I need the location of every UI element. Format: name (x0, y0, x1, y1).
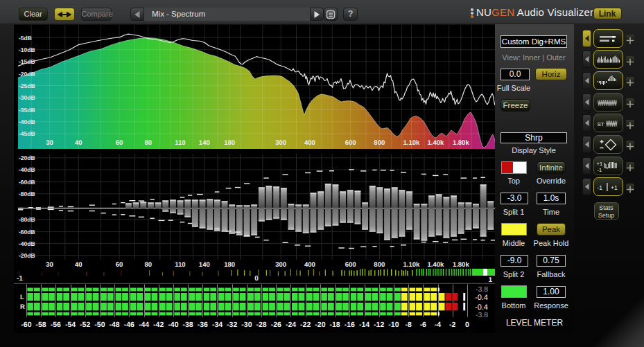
svg-text:-54: -54 (65, 321, 76, 329)
svg-text:80: 80 (144, 139, 152, 147)
svg-text:-50: -50 (94, 321, 105, 329)
svg-text:800: 800 (374, 261, 385, 269)
svg-text:110: 110 (175, 261, 185, 269)
svg-text:-80dB: -80dB (19, 216, 35, 223)
svg-text:140: 140 (199, 139, 210, 147)
svg-text:-60: -60 (21, 321, 31, 329)
svg-text:300: 300 (275, 261, 286, 269)
svg-text:-32: -32 (227, 321, 237, 329)
svg-text:180: 180 (224, 261, 235, 269)
svg-text:400: 400 (304, 139, 315, 147)
svg-text:-20dB: -20dB (19, 154, 35, 161)
svg-text:-6: -6 (420, 321, 426, 329)
svg-text:-1: -1 (17, 275, 23, 283)
svg-text:-60dB: -60dB (19, 179, 35, 186)
svg-text:-40: -40 (168, 321, 178, 329)
svg-text:-8: -8 (405, 321, 411, 329)
svg-text:30: 30 (46, 139, 53, 147)
svg-text:-28: -28 (256, 321, 267, 329)
svg-text:-10dB: -10dB (19, 46, 35, 53)
svg-text:1.80k: 1.80k (453, 261, 469, 269)
svg-text:180: 180 (224, 139, 235, 147)
svg-text:1.40k: 1.40k (428, 139, 444, 147)
svg-text:60: 60 (116, 139, 123, 147)
svg-text:800: 800 (374, 139, 385, 147)
svg-text:-42: -42 (153, 321, 164, 329)
svg-text:-18: -18 (330, 321, 340, 329)
svg-text:60: 60 (116, 261, 123, 269)
svg-text:-24: -24 (286, 321, 296, 329)
svg-text:-5dB: -5dB (19, 35, 32, 42)
svg-text:0: 0 (465, 321, 469, 329)
svg-text:40: 40 (75, 261, 82, 269)
svg-text:-30dB: -30dB (19, 94, 35, 101)
svg-text:-40dB: -40dB (19, 240, 35, 247)
svg-text:-22: -22 (300, 321, 311, 329)
svg-text:-40dB: -40dB (19, 166, 35, 173)
svg-text:-3.8: -3.8 (476, 285, 488, 294)
svg-text:-14: -14 (359, 321, 369, 329)
svg-text:-16: -16 (345, 321, 355, 329)
svg-text:-38: -38 (183, 321, 193, 329)
svg-text:-52: -52 (80, 321, 90, 329)
svg-text:R: R (20, 303, 25, 311)
svg-text:-30: -30 (241, 321, 252, 329)
svg-text:-2: -2 (449, 321, 455, 329)
svg-text:-40dB: -40dB (19, 118, 35, 125)
svg-text:300: 300 (275, 139, 286, 147)
svg-text:-25dB: -25dB (19, 82, 35, 89)
svg-text:-44: -44 (139, 321, 149, 329)
svg-text:-4: -4 (435, 321, 441, 329)
svg-text:-3.8: -3.8 (476, 311, 488, 319)
svg-text:600: 600 (345, 139, 356, 147)
svg-text:30: 30 (46, 261, 53, 269)
svg-text:-56: -56 (51, 321, 61, 329)
svg-text:40: 40 (75, 139, 82, 147)
svg-text:1.40k: 1.40k (428, 261, 444, 269)
svg-text:-34: -34 (212, 321, 223, 329)
svg-text:-58: -58 (36, 321, 46, 329)
svg-text:1.10k: 1.10k (403, 261, 420, 269)
svg-text:L: L (20, 294, 24, 301)
svg-text:-15dB: -15dB (19, 58, 35, 65)
svg-text:-45dB: -45dB (19, 130, 35, 137)
svg-text:-10: -10 (388, 321, 399, 329)
svg-text:-35dB: -35dB (19, 107, 35, 114)
svg-text:1.10k: 1.10k (403, 139, 420, 147)
svg-text:-20: -20 (315, 321, 325, 329)
svg-text:80: 80 (144, 261, 152, 269)
svg-text:140: 140 (199, 261, 210, 269)
svg-text:-36: -36 (198, 321, 208, 329)
svg-text:600: 600 (345, 261, 356, 269)
svg-text:-48: -48 (110, 321, 120, 329)
svg-text:-12: -12 (374, 321, 384, 329)
svg-text:-26: -26 (271, 321, 281, 329)
svg-text:-20dB: -20dB (19, 252, 35, 259)
svg-text:-80dB: -80dB (19, 190, 35, 197)
svg-text:-60dB: -60dB (19, 229, 35, 235)
svg-text:-0.4: -0.4 (475, 294, 488, 302)
svg-text:-20dB: -20dB (19, 71, 35, 78)
svg-text:-46: -46 (124, 321, 134, 329)
svg-text:110: 110 (175, 139, 185, 147)
svg-text:400: 400 (304, 261, 315, 269)
svg-text:1.80k: 1.80k (453, 139, 469, 147)
svg-text:0: 0 (254, 275, 259, 283)
